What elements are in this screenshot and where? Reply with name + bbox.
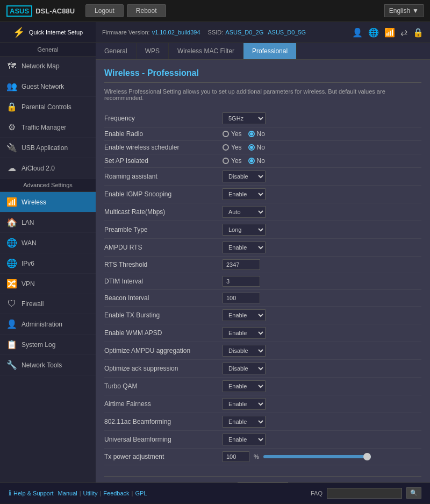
language-selector[interactable]: English ▼ <box>384 4 424 17</box>
radio-item[interactable]: Yes <box>223 144 242 151</box>
main-layout: General 🗺 Network Map 👥 Guest Network 🔒 … <box>0 43 430 482</box>
guest-network-icon: 👥 <box>6 81 17 91</box>
firmware-label: Firmware Version: <box>102 29 150 36</box>
radio-item[interactable]: No <box>248 157 265 165</box>
logout-button[interactable]: Logout <box>85 4 124 17</box>
utility-link[interactable]: Utility <box>83 490 98 496</box>
setting-input-9[interactable] <box>223 259 260 270</box>
sidebar-item-lan[interactable]: 🏠 LAN <box>0 212 96 233</box>
quick-setup-icon: ⚡ <box>13 26 25 38</box>
setting-select-13[interactable]: EnableDisable <box>223 327 266 339</box>
sidebar-item-network-tools[interactable]: 🔧 Network Tools <box>0 355 96 375</box>
radio-item[interactable]: Yes <box>223 130 242 138</box>
setting-select-17[interactable]: EnableDisable <box>223 398 266 410</box>
firmware-version[interactable]: v1.10.02_build394 <box>152 29 200 36</box>
slider-container: % <box>223 451 421 462</box>
lock-icon[interactable]: 🔒 <box>413 27 424 38</box>
setting-select-0[interactable]: 2.4GHz5GHz <box>223 112 266 124</box>
user-icon[interactable]: 👤 <box>352 27 363 38</box>
sidebar-item-traffic-manager[interactable]: ⚙ Traffic Manager <box>0 117 96 138</box>
setting-row: DTIM Interval <box>104 273 421 290</box>
sidebar-item-network-map[interactable]: 🗺 Network Map <box>0 56 96 76</box>
slider-value-input[interactable] <box>223 451 249 462</box>
setting-select-8[interactable]: EnableDisable <box>223 242 266 253</box>
apply-row: Apply <box>104 476 421 482</box>
tab-professional[interactable]: Professional <box>243 43 297 59</box>
setting-select-16[interactable]: EnableDisable <box>223 380 266 392</box>
feedback-link[interactable]: Feedback <box>103 490 129 496</box>
ssid-2g[interactable]: ASUS_D0_2G <box>225 29 263 36</box>
advanced-section-label: Advanced Settings <box>0 179 96 192</box>
tab-general[interactable]: General <box>96 43 137 59</box>
setting-row: Turbo QAMEnableDisable <box>104 378 421 395</box>
faq-search-input[interactable] <box>327 488 402 499</box>
settings-table: Frequency2.4GHz5GHzEnable RadioYesNoEnab… <box>104 110 421 465</box>
wifi-icon[interactable]: 📶 <box>384 27 395 38</box>
setting-row: Optimize AMPDU aggregationDisableEnable <box>104 342 421 360</box>
manual-link[interactable]: Manual <box>58 490 77 496</box>
sidebar-item-firewall[interactable]: 🛡 Firewall <box>0 294 96 314</box>
radio-item[interactable]: No <box>248 130 265 138</box>
sidebar-item-parental-controls[interactable]: 🔒 Parental Controls <box>0 97 96 117</box>
brand: ASUS DSL-AC88U <box>6 5 75 17</box>
tab-wps[interactable]: WPS <box>137 43 169 59</box>
sidebar-label-network-tools: Network Tools <box>22 361 62 369</box>
setting-select-19[interactable]: EnableDisable <box>223 434 266 445</box>
setting-row: 802.11ac BeamformingEnableDisable <box>104 413 421 431</box>
tx-power-slider[interactable] <box>263 455 371 458</box>
sidebar-item-ipv6[interactable]: 🌐 IPv6 <box>0 253 96 274</box>
ssid-label: SSID: <box>208 29 224 36</box>
globe-icon[interactable]: 🌐 <box>368 27 379 38</box>
setting-label: Set AP Isolated <box>104 157 223 165</box>
setting-select-14[interactable]: DisableEnable <box>223 345 266 357</box>
setting-control <box>223 259 421 270</box>
tab-mac-filter[interactable]: Wireless MAC Filter <box>169 43 243 59</box>
sidebar-label-firewall: Firewall <box>22 300 44 308</box>
sidebar-label-aicloud: AiCloud 2.0 <box>22 165 55 172</box>
radio-item[interactable]: Yes <box>223 157 242 165</box>
network-tools-icon: 🔧 <box>6 360 17 370</box>
setting-label: DTIM Interval <box>104 278 223 285</box>
radio-dot <box>248 144 255 151</box>
setting-select-12[interactable]: EnableDisable <box>223 309 266 321</box>
quick-setup-area[interactable]: ⚡ Quick Internet Setup <box>0 22 96 42</box>
reboot-button[interactable]: Reboot <box>127 4 166 17</box>
help-support-link[interactable]: Help & Support <box>13 490 54 496</box>
usb-icon[interactable]: ⇄ <box>400 27 407 38</box>
setting-select-15[interactable]: DisableEnable <box>223 363 266 374</box>
sidebar-item-aicloud[interactable]: ☁ AiCloud 2.0 <box>0 158 96 179</box>
setting-select-5[interactable]: EnableDisable <box>223 188 266 200</box>
ssid-5g[interactable]: ASUS_D0_5G <box>268 29 306 36</box>
setting-select-18[interactable]: EnableDisable <box>223 416 266 428</box>
sidebar-item-vpn[interactable]: 🔀 VPN <box>0 274 96 294</box>
usb-application-icon: 🔌 <box>6 143 17 153</box>
parental-controls-icon: 🔒 <box>6 102 17 112</box>
setting-control: EnableDisable <box>223 242 421 253</box>
sidebar-item-system-log[interactable]: 📋 System Log <box>0 335 96 355</box>
page-title: Wireless - Professional <box>104 68 421 83</box>
sidebar-label-ipv6: IPv6 <box>22 260 34 267</box>
setting-label: Beacon Interval <box>104 294 223 302</box>
radio-dot <box>248 131 255 137</box>
radio-dot <box>223 131 229 137</box>
sidebar-item-administration[interactable]: 👤 Administration <box>0 314 96 335</box>
setting-select-4[interactable]: DisableEnable <box>223 171 266 182</box>
setting-row: Frequency2.4GHz5GHz <box>104 110 421 127</box>
radio-item[interactable]: No <box>248 144 265 151</box>
sidebar-item-usb-application[interactable]: 🔌 USB Application <box>0 138 96 158</box>
radio-group-3: YesNo <box>223 157 421 165</box>
sidebar-item-guest-network[interactable]: 👥 Guest Network <box>0 76 96 97</box>
gpl-link[interactable]: GPL <box>135 490 147 496</box>
sidebar: General 🗺 Network Map 👥 Guest Network 🔒 … <box>0 43 96 482</box>
apply-button[interactable]: Apply <box>238 482 289 482</box>
radio-dot <box>223 158 229 164</box>
setting-select-7[interactable]: LongShort <box>223 224 266 236</box>
setting-input-10[interactable] <box>223 276 260 287</box>
sidebar-item-wireless[interactable]: 📶 Wireless <box>0 192 96 212</box>
setting-label: Preamble Type <box>104 226 223 233</box>
setting-select-6[interactable]: Auto125.5611 <box>223 206 266 218</box>
setting-label: Enable IGMP Snooping <box>104 190 223 198</box>
faq-search-button[interactable]: 🔍 <box>406 487 421 499</box>
setting-input-11[interactable] <box>223 293 260 303</box>
sidebar-item-wan[interactable]: 🌐 WAN <box>0 233 96 253</box>
